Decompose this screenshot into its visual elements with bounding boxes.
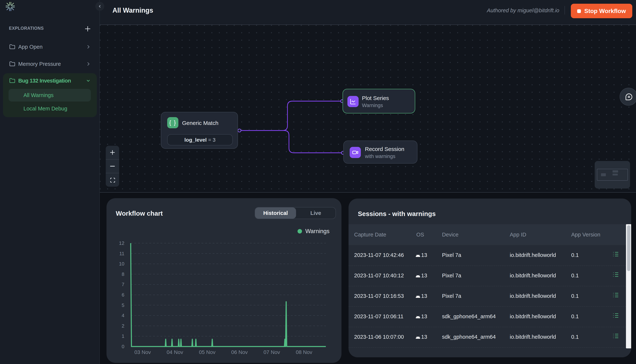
svg-text:5: 5 bbox=[122, 302, 124, 308]
svg-text:03 Nov: 03 Nov bbox=[134, 349, 151, 355]
svg-text:10: 10 bbox=[119, 261, 124, 266]
svg-text:12: 12 bbox=[119, 240, 124, 246]
svg-text:11: 11 bbox=[119, 251, 124, 256]
svg-text:4: 4 bbox=[122, 313, 124, 318]
svg-text:05 Nov: 05 Nov bbox=[199, 349, 216, 355]
svg-text:08 Nov: 08 Nov bbox=[296, 349, 312, 355]
svg-text:04 Nov: 04 Nov bbox=[167, 349, 183, 355]
svg-text:7: 7 bbox=[122, 282, 124, 287]
svg-text:1: 1 bbox=[122, 333, 124, 339]
svg-text:6: 6 bbox=[122, 292, 124, 298]
svg-text:0: 0 bbox=[122, 344, 124, 349]
svg-text:07 Nov: 07 Nov bbox=[264, 349, 280, 355]
svg-text:8: 8 bbox=[122, 272, 124, 277]
svg-text:06 Nov: 06 Nov bbox=[231, 349, 248, 355]
svg-text:2: 2 bbox=[122, 323, 124, 329]
